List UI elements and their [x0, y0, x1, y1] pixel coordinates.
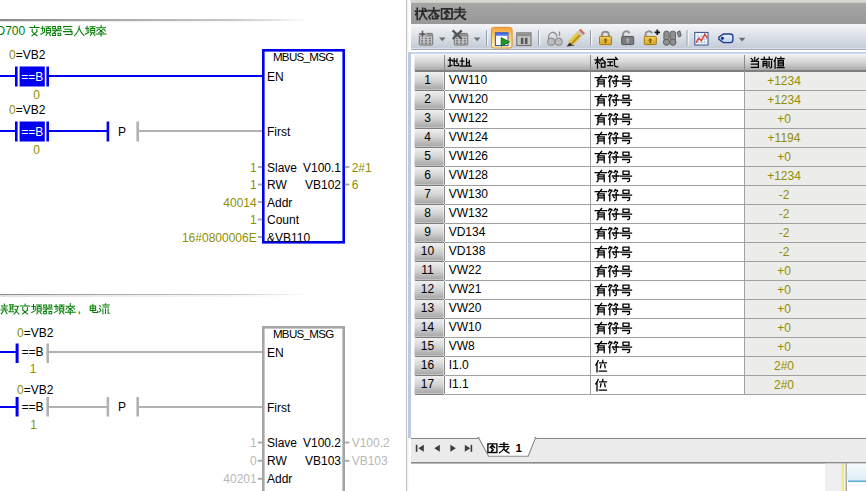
svg-text:16: 16	[421, 358, 435, 372]
svg-text:I1.1: I1.1	[449, 377, 469, 391]
svg-text:1: 1	[30, 362, 37, 376]
svg-text:V100.2: V100.2	[352, 436, 390, 450]
svg-text:8: 8	[424, 206, 431, 220]
svg-text:15: 15	[421, 339, 435, 353]
svg-text:2#1: 2#1	[352, 161, 372, 175]
svg-text:,: ,	[78, 301, 82, 316]
svg-text:-2: -2	[779, 245, 790, 259]
svg-text:2#0: 2#0	[774, 359, 794, 373]
svg-text:RW: RW	[267, 454, 287, 468]
svg-text:3: 3	[424, 111, 431, 125]
svg-text:+1234: +1234	[767, 74, 801, 88]
svg-text:16#0800006E: 16#0800006E	[182, 231, 257, 245]
svg-text:12: 12	[421, 282, 435, 296]
svg-text:1: 1	[250, 436, 257, 450]
svg-text:1: 1	[30, 418, 37, 432]
svg-text:=VB2: =VB2	[16, 48, 46, 62]
svg-text:-2: -2	[779, 188, 790, 202]
svg-text:+1234: +1234	[767, 169, 801, 183]
svg-text:VW126: VW126	[449, 149, 489, 163]
svg-text:2: 2	[424, 92, 431, 106]
svg-text:D700: D700	[0, 24, 26, 38]
svg-text:Slave: Slave	[267, 161, 297, 175]
svg-text:VW20: VW20	[449, 301, 482, 315]
svg-text:VW110: VW110	[449, 73, 488, 87]
svg-text:6: 6	[424, 168, 431, 182]
svg-text:VB102: VB102	[305, 178, 341, 192]
svg-text:EN: EN	[267, 346, 284, 360]
svg-text:0: 0	[33, 143, 40, 157]
svg-text:I1.0: I1.0	[449, 358, 469, 372]
svg-text:6: 6	[352, 178, 359, 192]
svg-text:1: 1	[250, 213, 257, 227]
svg-text:==B: ==B	[22, 400, 44, 414]
svg-text:-2: -2	[779, 226, 790, 240]
svg-text:EN: EN	[267, 70, 284, 84]
svg-text:VB103: VB103	[305, 454, 341, 468]
svg-text:14: 14	[421, 320, 435, 334]
svg-text:==B: ==B	[22, 345, 44, 359]
svg-text:+0: +0	[777, 264, 791, 278]
svg-text:11: 11	[421, 263, 434, 277]
svg-text:+1234: +1234	[767, 93, 801, 107]
svg-text:VD138: VD138	[449, 244, 486, 258]
svg-text:MBUS_MSG: MBUS_MSG	[273, 327, 334, 340]
svg-text:13: 13	[421, 301, 435, 315]
svg-text:VW124: VW124	[449, 130, 489, 144]
svg-text:P: P	[118, 125, 126, 139]
svg-text:+0: +0	[777, 112, 791, 126]
svg-text:Slave: Slave	[267, 436, 297, 450]
svg-text:Count: Count	[267, 213, 300, 227]
svg-text:&VB110: &VB110	[267, 231, 310, 245]
svg-text:+0: +0	[777, 150, 791, 164]
svg-text:2#0: 2#0	[774, 378, 794, 392]
svg-text:7: 7	[424, 187, 431, 201]
svg-text:VB103: VB103	[352, 454, 388, 468]
svg-text:5: 5	[424, 149, 431, 163]
svg-text:1: 1	[516, 442, 523, 454]
svg-text:Addr: Addr	[267, 472, 292, 486]
svg-text:1: 1	[250, 161, 257, 175]
svg-text:0: 0	[250, 454, 257, 468]
svg-text:VD134: VD134	[449, 225, 486, 239]
svg-text:=VB2: =VB2	[16, 103, 46, 117]
svg-text:Addr: Addr	[267, 196, 292, 210]
svg-text:First: First	[267, 401, 291, 415]
svg-text:1: 1	[424, 73, 431, 87]
svg-text:VW120: VW120	[449, 92, 489, 106]
svg-text:V100.2: V100.2	[303, 436, 341, 450]
svg-text:+0: +0	[777, 321, 791, 335]
svg-text:VW8: VW8	[449, 339, 475, 353]
svg-text:+1194: +1194	[768, 131, 801, 145]
svg-text:P: P	[118, 400, 126, 414]
svg-text:1: 1	[250, 178, 257, 192]
svg-text:-2: -2	[779, 207, 790, 221]
svg-text:==B: ==B	[21, 70, 43, 84]
svg-text:10: 10	[421, 244, 435, 258]
svg-text:VW130: VW130	[449, 187, 489, 201]
svg-text:VW22: VW22	[449, 263, 482, 277]
svg-text:First: First	[267, 125, 291, 139]
svg-text:VW21: VW21	[449, 282, 482, 296]
svg-text:=VB2: =VB2	[24, 326, 54, 340]
svg-text:V100.1: V100.1	[303, 161, 341, 175]
svg-text:40014: 40014	[223, 196, 257, 210]
svg-text:VW128: VW128	[449, 168, 489, 182]
svg-text:9: 9	[424, 225, 431, 239]
svg-text:MBUS_MSG: MBUS_MSG	[273, 50, 334, 63]
svg-text:RW: RW	[267, 178, 287, 192]
svg-text:+0: +0	[777, 340, 791, 354]
svg-text:==B: ==B	[21, 125, 43, 139]
svg-text:40201: 40201	[223, 472, 257, 486]
svg-text:4: 4	[424, 130, 431, 144]
svg-text:=VB2: =VB2	[24, 383, 54, 397]
svg-text:+0: +0	[777, 302, 791, 316]
svg-text:VW122: VW122	[449, 111, 489, 125]
svg-text:VW10: VW10	[449, 320, 482, 334]
svg-text:17: 17	[421, 377, 435, 391]
svg-text:VW132: VW132	[449, 206, 489, 220]
svg-text:+0: +0	[777, 283, 791, 297]
svg-text:0: 0	[33, 88, 40, 102]
